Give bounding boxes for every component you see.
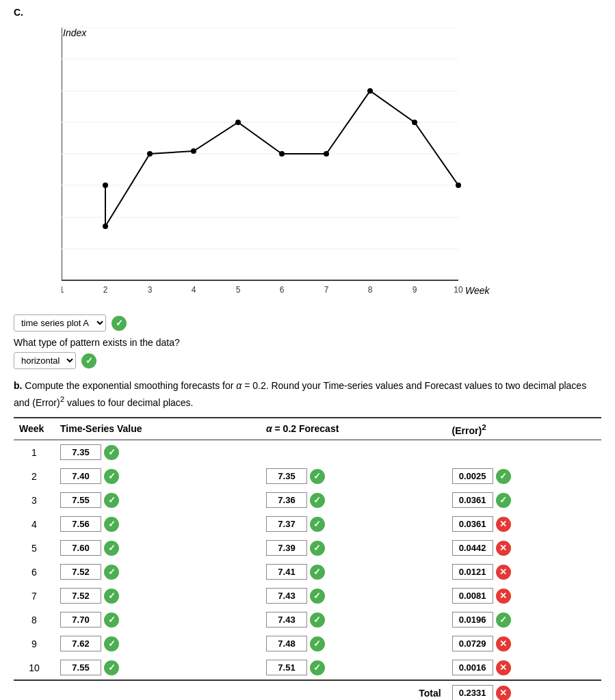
forecast-check-icon: ✓ [310,589,325,604]
table-row-week: 4 [14,512,55,536]
svg-point-32 [191,148,196,154]
svg-point-36 [367,88,373,94]
svg-text:5: 5 [236,285,241,295]
svg-text:9: 9 [413,285,417,295]
svg-text:10: 10 [454,285,463,295]
svg-point-35 [324,151,329,157]
ts-check-icon: ✓ [104,612,119,628]
ts-check-icon: ✓ [104,565,119,580]
table-row-error2: 0.0729✕ [447,632,601,656]
table-row-error2: 0.0361✕ [447,512,601,536]
ts-check-icon: ✓ [104,541,119,556]
col-forecast: α = 0.2 Forecast [261,418,447,440]
table-row-week: 5 [14,536,55,560]
part-b-text: b. Compute the exponential smoothing for… [14,379,601,410]
table-row-ts-value: 7.70✓ [55,608,261,632]
table-row-error2 [447,440,601,465]
forecast-check-icon: ✓ [310,565,325,580]
table-row-error2: 0.0361✓ [447,488,601,512]
forecast-table: Week Time-Series Value α = 0.2 Forecast … [14,417,601,700]
table-row-ts-value: 7.52✓ [55,560,261,584]
table-row-week: 9 [14,632,55,656]
pattern-type-row: horizontal trend seasonal cyclical ✓ [14,352,601,369]
table-row-forecast: 7.35✓ [261,464,447,488]
error2-check-icon: ✓ [496,612,511,628]
plot-type-check-icon: ✓ [112,316,127,331]
svg-point-29 [103,183,108,188]
error2-cross-icon: ✕ [496,541,511,556]
ts-check-icon: ✓ [104,445,119,460]
table-row-error2: 0.0442✕ [447,536,601,560]
table-row-week: 1 [14,440,55,465]
table-row-week: 8 [14,608,55,632]
table-row-ts-value: 7.35✓ [55,440,261,465]
table-row-ts-value: 7.56✓ [55,512,261,536]
table-row-forecast: 7.43✓ [261,584,447,608]
table-row-ts-value: 7.52✓ [55,584,261,608]
table-row-error2: 0.0016✕ [447,656,601,680]
ts-check-icon: ✓ [104,517,119,532]
svg-text:4: 4 [192,285,196,295]
svg-text:8: 8 [368,285,373,295]
error2-cross-icon: ✕ [496,660,511,675]
error2-cross-icon: ✕ [496,636,511,651]
forecast-check-icon: ✓ [310,660,325,675]
question1-text: What type of pattern exists in the data? [14,337,601,348]
table-row-ts-value: 7.62✓ [55,632,261,656]
ts-check-icon: ✓ [104,636,119,651]
svg-point-33 [235,120,241,125]
table-row-forecast [261,440,447,465]
error2-check-icon: ✓ [496,469,511,484]
ts-check-icon: ✓ [104,469,119,484]
svg-point-31 [147,151,153,157]
svg-text:2: 2 [103,285,108,295]
table-row-forecast: 7.39✓ [261,536,447,560]
table-row-error2: 0.0081✕ [447,584,601,608]
svg-point-37 [412,120,417,125]
svg-point-34 [279,151,285,157]
pattern-type-dropdown[interactable]: horizontal trend seasonal cyclical [14,352,76,369]
plot-type-dropdown[interactable]: time series plot A time series plot B ti… [14,314,106,332]
table-row-forecast: 7.48✓ [261,632,447,656]
forecast-check-icon: ✓ [310,636,325,651]
svg-point-38 [456,183,461,188]
error2-check-icon: ✓ [496,493,511,508]
table-row-forecast: 7.51✓ [261,656,447,680]
col-ts-value: Time-Series Value [55,418,261,440]
ts-check-icon: ✓ [104,589,119,604]
table-row-forecast: 7.36✓ [261,488,447,512]
error2-cross-icon: ✕ [496,589,511,604]
svg-text:Week: Week [465,285,490,296]
chart-container: Index 7.9 7.8 7.7 7.6 7.5 7.4 7.3 7.2 [27,21,493,308]
table-row-week: 6 [14,560,55,584]
col-week: Week [14,418,55,440]
forecast-check-icon: ✓ [310,541,325,556]
svg-text:1: 1 [62,285,64,295]
table-row-week: 10 [14,656,55,680]
pattern-type-check-icon: ✓ [81,353,96,368]
table-row-week: 7 [14,584,55,608]
ts-check-icon: ✓ [104,493,119,508]
svg-text:6: 6 [280,285,285,295]
table-row-ts-value: 7.55✓ [55,488,261,512]
table-row-forecast: 7.41✓ [261,560,447,584]
plot-type-row: time series plot A time series plot B ti… [14,314,601,332]
svg-text:7: 7 [324,285,329,295]
section-label: C. [14,7,601,18]
table-row-error2: 0.0196✓ [447,608,601,632]
table-row-week: 2 [14,464,55,488]
table-row-ts-value: 7.55✓ [55,656,261,680]
error2-cross-icon: ✕ [496,565,511,580]
col-error2: (Error)2 [447,418,601,440]
table-row-week: 3 [14,488,55,512]
table-row-ts-value: 7.40✓ [55,464,261,488]
forecast-check-icon: ✓ [310,493,325,508]
chart-svg: 7.9 7.8 7.7 7.6 7.5 7.4 7.3 7.2 7.1 1 2 … [62,27,493,308]
error2-cross-icon: ✕ [496,517,511,532]
ts-check-icon: ✓ [104,660,119,675]
forecast-check-icon: ✓ [310,469,325,484]
forecast-check-icon: ✓ [310,517,325,532]
total-cross-icon: ✕ [496,686,511,700]
table-row-forecast: 7.43✓ [261,608,447,632]
table-row-forecast: 7.37✓ [261,512,447,536]
